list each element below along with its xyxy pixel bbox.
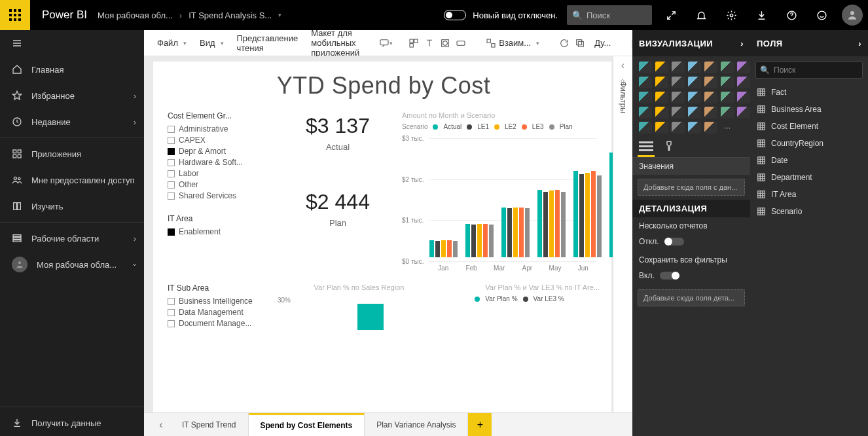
slicer-item[interactable]: Hardware & Soft... [168, 158, 279, 167]
mini-chart-1[interactable]: Var Plan % по Sales Region 30% [279, 283, 439, 330]
viz-type-tile[interactable] [639, 107, 652, 118]
hamburger-icon[interactable] [0, 30, 144, 56]
cmd-refresh-icon[interactable] [559, 35, 570, 51]
bar[interactable] [465, 224, 470, 257]
nav-apps[interactable]: Приложения [0, 141, 144, 167]
viz-type-tile[interactable] [721, 77, 734, 88]
cmd-copy-icon[interactable] [575, 35, 585, 51]
viz-type-tile[interactable] [655, 107, 668, 118]
nav-workspaces[interactable]: Рабочие области› [0, 225, 144, 251]
bar[interactable] [441, 240, 446, 257]
fullscreen-icon[interactable] [656, 0, 686, 30]
add-page-button[interactable]: + [468, 413, 492, 436]
slicer-item[interactable]: Depr & Amort [168, 147, 279, 156]
cmd-group-icon[interactable] [408, 35, 419, 51]
help-icon[interactable] [776, 0, 806, 30]
viz-pane-title[interactable]: ВИЗУАЛИЗАЦИИ› [632, 30, 750, 56]
slicer-item[interactable]: Document Manage... [168, 319, 279, 328]
fields-search[interactable]: 🔍Поиск [755, 62, 863, 79]
cmd-reading-view[interactable]: Представление чтения [233, 30, 302, 56]
viz-type-tile[interactable] [721, 107, 734, 118]
field-table[interactable]: Business Area [750, 101, 868, 118]
viz-type-tile[interactable] [704, 62, 717, 73]
checkbox-icon[interactable] [168, 126, 175, 133]
nav-learn[interactable]: Изучить [0, 193, 144, 219]
viz-type-tile[interactable] [672, 122, 685, 134]
viz-type-tile[interactable] [655, 92, 668, 103]
viz-type-tile[interactable] [639, 62, 652, 73]
breadcrumb-workspace[interactable]: Моя рабочая обл... [98, 10, 173, 20]
bar[interactable] [471, 225, 476, 257]
bar[interactable] [579, 174, 584, 257]
mini-chart-2[interactable]: Var Plan % и Var LE3 % по IT Are... Var … [439, 283, 600, 330]
cmd-button-icon[interactable] [456, 35, 466, 51]
slicer-item[interactable]: Other [168, 180, 279, 189]
field-table[interactable]: CountryRegion [750, 135, 868, 152]
new-look-toggle[interactable] [444, 10, 466, 20]
bar-chart[interactable]: Amount по Month и Scenario Scenario Actu… [397, 111, 600, 272]
sheet-tab[interactable]: Spend by Cost Elements [249, 413, 365, 436]
settings-icon[interactable] [716, 0, 746, 30]
viz-type-tile[interactable] [737, 62, 750, 73]
checkbox-icon[interactable] [168, 181, 175, 189]
viz-more-icon[interactable]: ··· [721, 122, 734, 134]
nav-favorites[interactable]: Избранное› [0, 82, 144, 109]
viz-type-tile[interactable] [639, 122, 652, 134]
bar[interactable] [483, 224, 488, 257]
sheet-tab[interactable]: Plan Variance Analysis [365, 413, 468, 436]
chevron-left-icon[interactable]: ‹ [613, 56, 632, 75]
viz-type-tile[interactable] [704, 107, 717, 118]
bar[interactable] [591, 171, 596, 257]
viz-type-tile[interactable] [737, 107, 750, 118]
tab-prev-icon[interactable]: ‹ [152, 413, 170, 436]
field-table[interactable]: Date [750, 152, 868, 169]
bar-group[interactable] [429, 240, 458, 257]
viz-type-tile[interactable] [688, 107, 701, 118]
viz-type-tile[interactable] [704, 122, 717, 134]
feedback-icon[interactable] [806, 0, 837, 30]
viz-type-tile[interactable] [672, 92, 685, 103]
checkbox-icon[interactable] [168, 228, 175, 236]
viz-type-tile[interactable] [721, 92, 734, 103]
fields-pane-title[interactable]: ПОЛЯ› [750, 30, 868, 56]
bar-group[interactable] [465, 224, 494, 257]
bar[interactable] [543, 192, 548, 257]
bar[interactable] [435, 241, 440, 257]
slicer-item[interactable]: Labor [168, 169, 279, 178]
viz-gallery[interactable]: ··· [632, 56, 750, 136]
slicer-item[interactable]: Administrative [168, 124, 279, 134]
viz-type-tile[interactable] [639, 92, 652, 103]
drill-well[interactable]: Добавьте сюда поля дета... [638, 289, 745, 306]
app-launcher-icon[interactable] [0, 0, 30, 30]
bar[interactable] [549, 191, 554, 257]
field-table[interactable]: Fact [750, 84, 868, 101]
cmd-duplicate[interactable]: Ду... [590, 30, 615, 56]
cmd-text-icon[interactable] [424, 35, 435, 51]
viz-type-tile[interactable] [688, 77, 701, 88]
user-avatar[interactable] [842, 5, 863, 26]
nav-home[interactable]: Главная [0, 56, 144, 82]
cmd-file[interactable]: Файл [153, 30, 190, 56]
viz-type-tile[interactable] [688, 62, 701, 73]
bar-group[interactable] [537, 190, 566, 257]
viz-type-tile[interactable] [688, 92, 701, 103]
cmd-shape-icon[interactable] [440, 35, 450, 51]
viz-type-tile[interactable] [672, 107, 685, 118]
chevron-right-icon[interactable]: › [858, 39, 861, 48]
viz-type-tile[interactable] [737, 77, 750, 88]
nav-my-workspace[interactable]: Моя рабочая обла...› [0, 251, 144, 278]
viz-type-tile[interactable] [704, 92, 717, 103]
pin-icon[interactable] [618, 79, 627, 88]
chevron-right-icon[interactable]: › [740, 39, 744, 48]
bar[interactable] [447, 240, 452, 257]
checkbox-icon[interactable] [168, 309, 175, 316]
bar[interactable] [513, 208, 518, 257]
bar[interactable] [429, 240, 434, 257]
checkbox-icon[interactable] [168, 159, 175, 166]
bar[interactable] [453, 241, 458, 257]
slicer-item[interactable]: Business Intelligence [168, 297, 279, 306]
slicer-item[interactable]: Shared Services [168, 191, 279, 200]
filters-pane-collapsed[interactable]: ‹ Фильтры [613, 56, 632, 412]
sheet-tab[interactable]: IT Spend Trend [170, 413, 249, 436]
viz-type-tile[interactable] [721, 62, 734, 73]
